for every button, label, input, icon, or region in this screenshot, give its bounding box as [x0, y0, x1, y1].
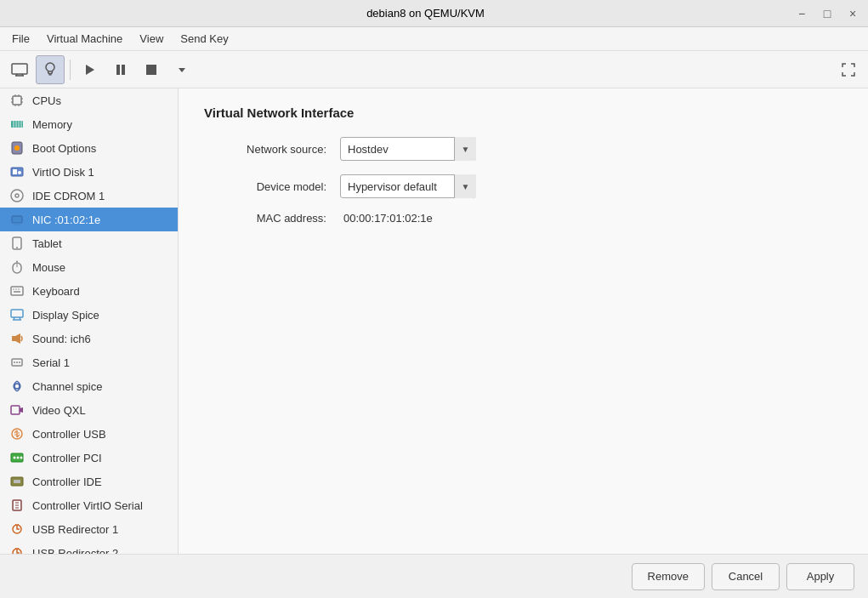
- network-source-dropdown[interactable]: Hostdev NAT Bridge Isolated: [340, 137, 476, 161]
- video-icon: [9, 403, 26, 417]
- svg-point-54: [14, 362, 15, 363]
- cancel-button[interactable]: Cancel: [712, 563, 780, 590]
- sidebar-item-nic[interactable]: NIC :01:02:1e: [0, 208, 178, 231]
- svg-point-27: [14, 145, 20, 151]
- sidebar-item-boot-options[interactable]: Boot Options: [0, 136, 178, 160]
- sidebar-item-virtio-disk1[interactable]: VirtIO Disk 1: [0, 160, 178, 184]
- svg-point-67: [14, 457, 16, 459]
- pause-toolbar-button[interactable]: [106, 55, 135, 84]
- sidebar-items: CPUsMemoryBoot OptionsVirtIO Disk 1IDE C…: [0, 88, 178, 554]
- details-toolbar-button[interactable]: [36, 55, 65, 84]
- usb-redir-icon: [9, 522, 26, 536]
- mac-address-label: MAC address:: [204, 212, 340, 225]
- pause-icon: [114, 63, 128, 77]
- menu-send-key[interactable]: Send Key: [172, 29, 236, 48]
- window-title: debian8 on QEMU/KVM: [366, 7, 485, 20]
- svg-rect-71: [14, 480, 20, 483]
- tablet-icon: [9, 236, 26, 250]
- sidebar-item-keyboard[interactable]: Keyboard: [0, 279, 178, 303]
- sidebar-item-video-qxl[interactable]: Video QXL: [0, 398, 178, 422]
- device-model-control: Hypervisor default virtio e1000 rtl8139 …: [340, 174, 476, 198]
- action-bar: Remove Cancel Apply: [0, 554, 868, 598]
- remove-button[interactable]: Remove: [632, 563, 705, 590]
- device-model-row: Device model: Hypervisor default virtio …: [204, 174, 842, 198]
- svg-marker-7: [86, 65, 94, 75]
- boot-icon: [9, 141, 26, 155]
- sidebar-item-label-controller-pci: Controller PCI: [32, 452, 102, 464]
- play-toolbar-button[interactable]: [76, 55, 105, 84]
- toolbar: [0, 51, 868, 88]
- sidebar-item-cpus[interactable]: CPUs: [0, 88, 178, 112]
- svg-point-30: [18, 171, 21, 174]
- sidebar: CPUsMemoryBoot OptionsVirtIO Disk 1IDE C…: [0, 88, 179, 554]
- apply-button[interactable]: Apply: [786, 563, 854, 590]
- sidebar-item-label-controller-virtio-serial: Controller VirtIO Serial: [32, 499, 143, 512]
- network-source-label: Network source:: [204, 143, 340, 156]
- sidebar-item-label-keyboard: Keyboard: [32, 285, 80, 298]
- minimize-button[interactable]: −: [793, 5, 810, 22]
- sidebar-item-memory[interactable]: Memory: [0, 112, 178, 136]
- dropdown-toolbar-button[interactable]: [167, 55, 196, 84]
- svg-rect-29: [13, 169, 17, 174]
- sidebar-item-usb-redirector1[interactable]: USB Redirector 1: [0, 517, 178, 541]
- ide-icon: [9, 475, 26, 488]
- sidebar-item-channel-spice[interactable]: Channel spice: [0, 374, 178, 398]
- toolbar-separator-1: [70, 60, 71, 80]
- sidebar-item-label-mouse: Mouse: [32, 261, 65, 274]
- close-button[interactable]: ×: [844, 5, 861, 22]
- sidebar-item-controller-usb[interactable]: Controller USB: [0, 422, 178, 446]
- svg-marker-59: [20, 407, 23, 413]
- device-model-dropdown[interactable]: Hypervisor default virtio e1000 rtl8139: [340, 174, 476, 198]
- nic-icon: [9, 213, 26, 226]
- sidebar-item-sound-ich6[interactable]: Sound: ich6: [0, 327, 178, 350]
- sidebar-item-display-spice[interactable]: Display Spice: [0, 303, 178, 327]
- sidebar-item-label-ide-cdrom1: IDE CDROM 1: [32, 190, 105, 202]
- play-icon: [83, 63, 97, 77]
- fullscreen-icon: [841, 62, 856, 77]
- stop-toolbar-button[interactable]: [137, 55, 166, 84]
- svg-point-69: [20, 457, 23, 459]
- svg-rect-51: [12, 336, 15, 341]
- svg-point-55: [16, 362, 18, 363]
- svg-point-32: [15, 194, 19, 197]
- menu-file[interactable]: File: [3, 29, 38, 48]
- disk-icon: [9, 165, 26, 179]
- network-source-control: Hostdev NAT Bridge Isolated ▼: [340, 137, 476, 161]
- sidebar-item-serial1[interactable]: Serial 1: [0, 350, 178, 374]
- menu-virtual-machine[interactable]: Virtual Machine: [38, 29, 131, 48]
- restore-button[interactable]: □: [819, 5, 836, 22]
- content-title: Virtual Network Interface: [204, 105, 842, 120]
- mac-address-row: MAC address: 00:00:17:01:02:1e: [204, 212, 842, 225]
- usb-redir-icon: [9, 546, 26, 554]
- menubar: File Virtual Machine View Send Key: [0, 27, 868, 51]
- svg-rect-47: [11, 310, 23, 317]
- svg-rect-58: [11, 406, 20, 414]
- screen-toolbar-button[interactable]: [5, 55, 34, 84]
- sidebar-item-label-memory: Memory: [32, 118, 72, 131]
- sidebar-item-label-sound-ich6: Sound: ich6: [32, 333, 91, 345]
- chevron-down-icon: [178, 65, 186, 74]
- sidebar-item-usb-redirector2[interactable]: USB Redirector 2: [0, 541, 178, 554]
- svg-rect-42: [11, 287, 23, 295]
- svg-point-31: [11, 190, 23, 202]
- svg-rect-33: [12, 216, 22, 223]
- svg-point-68: [17, 457, 20, 459]
- sidebar-item-controller-virtio-serial[interactable]: Controller VirtIO Serial: [0, 493, 178, 517]
- svg-marker-11: [179, 68, 185, 72]
- sidebar-item-label-cpus: CPUs: [32, 94, 61, 107]
- sound-icon: [9, 332, 26, 345]
- sidebar-item-controller-ide[interactable]: Controller IDE: [0, 470, 178, 493]
- mac-address-control: 00:00:17:01:02:1e: [340, 212, 433, 225]
- stop-icon: [145, 63, 158, 77]
- mac-address-value: 00:00:17:01:02:1e: [340, 212, 433, 225]
- fullscreen-toolbar-button[interactable]: [834, 55, 863, 84]
- titlebar-controls: − □ ×: [793, 5, 861, 22]
- svg-point-56: [19, 362, 20, 363]
- sidebar-item-tablet[interactable]: Tablet: [0, 231, 178, 255]
- menu-view[interactable]: View: [131, 29, 172, 48]
- sidebar-item-ide-cdrom1[interactable]: IDE CDROM 1: [0, 184, 178, 208]
- display-icon: [9, 308, 26, 322]
- sidebar-item-label-serial1: Serial 1: [32, 356, 70, 369]
- sidebar-item-mouse[interactable]: Mouse: [0, 255, 178, 279]
- sidebar-item-controller-pci[interactable]: Controller PCI: [0, 446, 178, 470]
